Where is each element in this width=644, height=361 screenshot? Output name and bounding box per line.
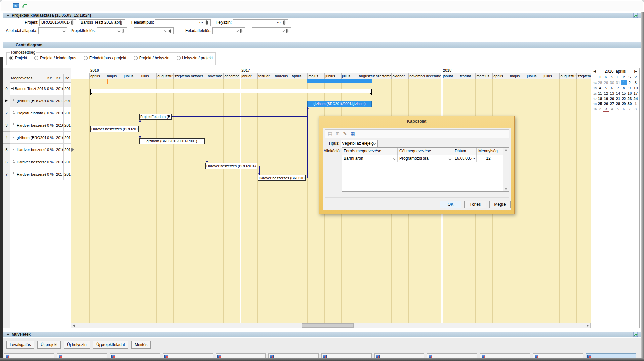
calendar-day[interactable]: 12	[603, 91, 609, 96]
paperclip-icon[interactable]	[285, 28, 290, 34]
calendar-day[interactable]: 30	[627, 101, 633, 106]
row-number-cell[interactable]: 3	[3, 119, 10, 132]
calendar-day[interactable]: 8	[633, 107, 639, 112]
mennyiseg-cell[interactable]: 12	[477, 155, 504, 162]
calendar-day[interactable]: 5	[603, 86, 609, 91]
calendar-day[interactable]: 15	[621, 91, 627, 96]
alloc-scrollbar[interactable]	[503, 148, 509, 191]
action-button-ment-s[interactable]: Mentés	[131, 341, 151, 349]
action-button-lev-logat-s[interactable]: Leválogatás	[6, 341, 34, 349]
projektfelelos-combobox-2[interactable]	[134, 27, 174, 34]
task-end-cell[interactable]: 2017.	[64, 83, 71, 95]
calendar-day[interactable]: 20	[609, 96, 615, 101]
task-start-cell[interactable]: 2016.	[55, 119, 64, 132]
task-name-cell[interactable]: Hardver beszerzés	[10, 119, 46, 132]
tree-collapse-icon[interactable]	[11, 87, 14, 90]
task-name-cell[interactable]: Hardver beszerzés	[10, 168, 46, 180]
chevron-down-icon[interactable]	[164, 29, 167, 32]
calendar-day[interactable]: 27	[609, 101, 615, 106]
task-start-cell[interactable]: 2017.	[55, 168, 64, 180]
edit-icon[interactable]: ✎	[342, 131, 348, 137]
cel-cell[interactable]: Programozói óra	[398, 155, 453, 162]
task-bar[interactable]: Hardver beszerzés (BRO2016	[258, 175, 306, 181]
paperclip-icon[interactable]	[168, 28, 172, 34]
calendar-day[interactable]: 14	[615, 91, 621, 96]
calendar-day[interactable]: 21	[615, 96, 621, 101]
task-bar[interactable]: gizihom (BRO2016/0001/P001)	[139, 138, 205, 144]
action-button--j-helysz-n[interactable]: Új helyszín	[64, 341, 90, 349]
calendar-day[interactable]: 8	[621, 86, 627, 91]
ok-button[interactable]: OK	[440, 201, 461, 208]
calendar-day[interactable]: 11	[597, 91, 603, 96]
calculator-icon[interactable]: ▦	[350, 131, 356, 137]
chevron-down-icon[interactable]	[63, 29, 65, 32]
paperclip-icon[interactable]	[205, 20, 209, 25]
paperclip-icon[interactable]	[70, 20, 75, 25]
action-button--j-projekt[interactable]: Új projekt	[37, 341, 61, 349]
chevron-down-icon[interactable]	[393, 157, 396, 160]
task-start-cell[interactable]: 2016.	[55, 83, 64, 95]
summary-bar[interactable]	[90, 89, 372, 93]
forras-cell[interactable]: Bármi áron	[342, 155, 398, 162]
radio-dot-icon[interactable]	[84, 56, 88, 60]
calendar-day[interactable]: 2	[627, 80, 633, 85]
ellipsis-button[interactable]: ⋯	[471, 155, 475, 162]
calendar-day[interactable]: 30	[609, 80, 615, 85]
muveletek-section-header[interactable]: Műveletek	[3, 332, 641, 337]
calendar-day[interactable]: 19	[603, 96, 609, 101]
task-done-cell[interactable]: 0 %	[46, 107, 55, 119]
calendar-day[interactable]: 26	[603, 101, 609, 106]
task-start-cell[interactable]: 2016.	[55, 144, 64, 156]
scroll-left-button[interactable]	[71, 323, 77, 328]
calendar-day[interactable]: 24	[633, 96, 639, 101]
task-end-cell[interactable]: 2016.	[64, 119, 71, 132]
calendar-day[interactable]: 28	[597, 80, 603, 85]
projekt-name-combobox[interactable]: Baross Teszt 2016 ápri	[79, 19, 125, 26]
selected-task-bar[interactable]: gizihom (BRO2016/0001/gizihom)	[307, 101, 372, 107]
chevron-down-icon[interactable]	[118, 29, 120, 32]
gantt-horizontal-scrollbar[interactable]	[71, 323, 591, 328]
chevron-down-icon[interactable]	[373, 142, 376, 145]
calendar-day[interactable]: 29	[603, 80, 609, 85]
task-name-cell[interactable]: Hardver beszerzés	[10, 144, 46, 156]
collapse-icon[interactable]	[7, 14, 9, 17]
row-number-cell[interactable]: 5	[3, 144, 10, 156]
task-done-cell[interactable]: 0 %	[46, 132, 55, 144]
task-done-cell[interactable]: 0 %	[46, 95, 55, 107]
scroll-up-icon[interactable]	[505, 149, 507, 151]
row-number-cell[interactable]: 6	[3, 156, 10, 168]
task-done-cell[interactable]: 0 %	[46, 156, 55, 168]
calendar-day-today[interactable]: 3	[603, 107, 609, 112]
radio-option-feladatt-pus-projekt[interactable]: Feladattípus / projekt	[84, 56, 126, 60]
calendar-prev-icon[interactable]: ◀	[592, 69, 597, 74]
calendar-day-selected[interactable]: 1	[621, 80, 627, 85]
task-end-cell[interactable]: 2016.	[64, 107, 71, 119]
task-end-cell[interactable]: 2017.	[64, 95, 71, 107]
calendar-day[interactable]: 22	[621, 96, 627, 101]
mail-icon[interactable]: ✉	[13, 3, 19, 8]
radio-dot-icon[interactable]	[177, 56, 181, 60]
helyszin-field[interactable]: ⋯	[233, 19, 288, 26]
task-done-cell[interactable]: 0 %	[46, 83, 55, 95]
export-icon[interactable]	[633, 13, 639, 19]
calendar-day[interactable]: 13	[609, 91, 615, 96]
projektek-section-header[interactable]: Projektek kiválasztása (16.05.03. 15:18:…	[3, 13, 641, 18]
calendar-day[interactable]: 29	[621, 101, 627, 106]
task-end-cell[interactable]: 2017.	[64, 156, 71, 168]
paperclip-icon[interactable]	[119, 20, 124, 25]
calendar-day[interactable]: 16	[627, 91, 633, 96]
radio-option-helysz-n-projekt[interactable]: Helyszín / projekt	[177, 56, 213, 60]
export-icon[interactable]	[633, 332, 639, 338]
row-number-cell[interactable]: 2	[3, 107, 10, 119]
row-number-cell[interactable]: 7	[3, 168, 10, 180]
calendar-day[interactable]: 7	[627, 107, 633, 112]
task-start-cell[interactable]: 2016.	[55, 132, 64, 144]
calendar-day[interactable]: 3	[633, 80, 639, 85]
task-done-cell[interactable]: 0 %	[46, 144, 55, 156]
calendar-day[interactable]: 4	[597, 86, 603, 91]
task-end-cell[interactable]: 2016.	[64, 144, 71, 156]
task-end-cell[interactable]: 2016.	[64, 132, 71, 144]
scrollbar-thumb[interactable]	[302, 323, 354, 328]
radio-dot-icon[interactable]	[9, 56, 13, 60]
phone-icon[interactable]	[22, 3, 28, 9]
